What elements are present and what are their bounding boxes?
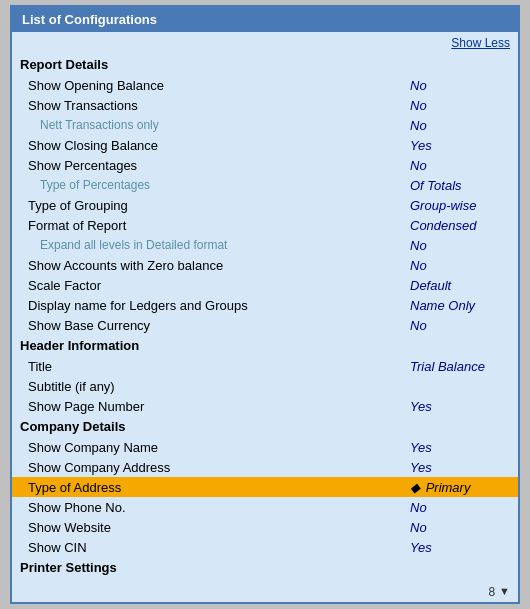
value-show-page-number: Yes: [410, 399, 510, 414]
label-show-page-number: Show Page Number: [28, 399, 144, 414]
label-format-of-report: Format of Report: [28, 218, 126, 233]
row-title: TitleTrial Balance: [12, 356, 518, 376]
label-subtitle: Subtitle (if any): [28, 379, 115, 394]
value-format-of-report: Condensed: [410, 218, 510, 233]
label-show-company-address: Show Company Address: [28, 460, 170, 475]
row-type-of-grouping: Type of GroupingGroup-wise: [12, 195, 518, 215]
row-show-base-currency: Show Base CurrencyNo: [12, 315, 518, 335]
label-title: Title: [28, 359, 52, 374]
value-show-company-address: Yes: [410, 460, 510, 475]
value-show-base-currency: No: [410, 318, 510, 333]
value-show-opening-balance: No: [410, 78, 510, 93]
row-format-of-report: Format of ReportCondensed: [12, 215, 518, 235]
label-show-opening-balance: Show Opening Balance: [28, 78, 164, 93]
value-title: Trial Balance: [410, 359, 510, 374]
show-less-bar: Show Less: [12, 32, 518, 54]
row-show-accounts-zero: Show Accounts with Zero balanceNo: [12, 255, 518, 275]
value-type-of-address: ◆ Primary: [410, 480, 510, 495]
label-show-percentages: Show Percentages: [28, 158, 137, 173]
label-show-website: Show Website: [28, 520, 111, 535]
row-subtitle: Subtitle (if any): [12, 376, 518, 396]
value-show-website: No: [410, 520, 510, 535]
label-show-closing-balance: Show Closing Balance: [28, 138, 158, 153]
row-nett-transactions-only: Nett Transactions onlyNo: [12, 115, 518, 135]
footer: 8 ▼: [12, 582, 518, 602]
section-header-company-details: Company Details: [12, 416, 518, 437]
main-window: List of Configurations Show Less Report …: [10, 5, 520, 604]
label-show-accounts-zero: Show Accounts with Zero balance: [28, 258, 223, 273]
value-nett-transactions-only: No: [410, 118, 510, 133]
label-type-of-percentages: Type of Percentages: [40, 178, 150, 192]
row-show-website: Show WebsiteNo: [12, 517, 518, 537]
value-display-name-ledgers: Name Only: [410, 298, 510, 313]
row-expand-all-levels: Expand all levels in Detailed formatNo: [12, 235, 518, 255]
value-expand-all-levels: No: [410, 238, 510, 253]
section-header-header-information: Header Information: [12, 335, 518, 356]
row-type-of-percentages: Type of PercentagesOf Totals: [12, 175, 518, 195]
label-type-of-grouping: Type of Grouping: [28, 198, 128, 213]
label-show-transactions: Show Transactions: [28, 98, 138, 113]
row-show-company-address: Show Company AddressYes: [12, 457, 518, 477]
value-show-phone-no: No: [410, 500, 510, 515]
label-type-of-address: Type of Address: [28, 480, 121, 495]
label-show-base-currency: Show Base Currency: [28, 318, 150, 333]
row-display-name-ledgers: Display name for Ledgers and GroupsName …: [12, 295, 518, 315]
row-show-opening-balance: Show Opening BalanceNo: [12, 75, 518, 95]
value-show-accounts-zero: No: [410, 258, 510, 273]
row-show-percentages: Show PercentagesNo: [12, 155, 518, 175]
page-number: 8: [488, 585, 495, 599]
value-scale-factor: Default: [410, 278, 510, 293]
value-show-cin: Yes: [410, 540, 510, 555]
scroll-down-icon[interactable]: ▼: [499, 585, 510, 599]
row-show-page-number: Show Page NumberYes: [12, 396, 518, 416]
row-show-phone-no: Show Phone No.No: [12, 497, 518, 517]
row-show-company-name: Show Company NameYes: [12, 437, 518, 457]
label-show-company-name: Show Company Name: [28, 440, 158, 455]
title-bar: List of Configurations: [12, 7, 518, 32]
value-type-of-grouping: Group-wise: [410, 198, 510, 213]
label-scale-factor: Scale Factor: [28, 278, 101, 293]
value-show-closing-balance: Yes: [410, 138, 510, 153]
row-type-of-address[interactable]: Type of Address◆ Primary: [12, 477, 518, 497]
value-type-of-percentages: Of Totals: [410, 178, 510, 193]
value-show-transactions: No: [410, 98, 510, 113]
diamond-icon: ◆: [410, 480, 424, 495]
label-nett-transactions-only: Nett Transactions only: [40, 118, 159, 132]
window-title: List of Configurations: [22, 12, 157, 27]
label-show-cin: Show CIN: [28, 540, 87, 555]
row-show-cin: Show CINYes: [12, 537, 518, 557]
label-expand-all-levels: Expand all levels in Detailed format: [40, 238, 227, 252]
value-show-percentages: No: [410, 158, 510, 173]
row-show-closing-balance: Show Closing BalanceYes: [12, 135, 518, 155]
content-area: Report DetailsShow Opening BalanceNoShow…: [12, 54, 518, 582]
section-header-printer-settings: Printer Settings: [12, 557, 518, 578]
row-show-transactions: Show TransactionsNo: [12, 95, 518, 115]
value-show-company-name: Yes: [410, 440, 510, 455]
show-less-link[interactable]: Show Less: [451, 36, 510, 50]
row-scale-factor: Scale FactorDefault: [12, 275, 518, 295]
label-display-name-ledgers: Display name for Ledgers and Groups: [28, 298, 248, 313]
section-header-report-details: Report Details: [12, 54, 518, 75]
label-show-phone-no: Show Phone No.: [28, 500, 126, 515]
